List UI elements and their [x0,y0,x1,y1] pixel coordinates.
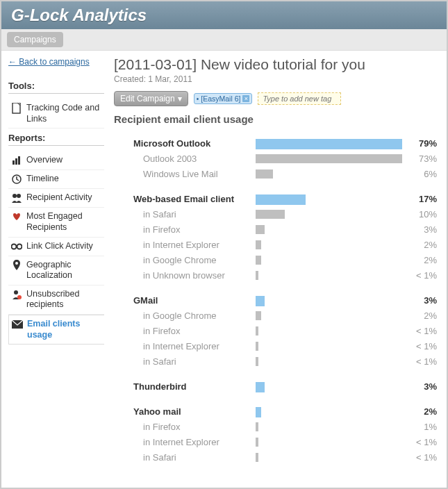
client-subrow: in Internet Explorer< 1% [133,339,437,353]
usage-bar [256,296,265,306]
client-name: Web-based Email client [133,194,256,204]
client-subrow: in Unknown browser< 1% [133,268,437,282]
usage-bar [256,139,402,149]
tag-label: [EasyMail 6] [201,94,240,103]
svg-rect-2 [15,158,17,165]
client-sub-name: in Safari [133,356,256,367]
usage-percent: 2% [402,240,437,250]
usage-bar [256,256,261,265]
client-group: Microsoft Outlook79%Outlook 200373%Windo… [133,136,437,181]
sidebar-item-overview[interactable]: Overview [8,151,104,170]
usage-percent: 3% [402,224,437,235]
link-icon [11,241,22,252]
client-name: Microsoft Outlook [133,138,256,149]
usage-percent: < 1% [402,341,437,351]
client-group: Thunderbird3% [133,379,437,393]
usage-bar [256,154,402,163]
add-tag-input[interactable] [258,92,341,105]
usage-bar [256,311,261,320]
client-name: Thunderbird [133,381,256,392]
client-sub-name: in Safari [133,209,256,219]
sidebar-item-label: Most Engaged Recipients [26,211,101,233]
usage-percent: 3% [402,295,437,306]
client-sub-name: in Internet Explorer [133,437,256,447]
svg-point-9 [15,262,18,265]
usage-percent: 3% [402,381,437,392]
usage-bar [256,210,285,219]
sidebar-item-email-clients[interactable]: Email clients usage [8,315,104,345]
usage-percent: 2% [402,310,437,321]
usage-percent: 2% [402,255,437,265]
client-sub-name: Outlook 2003 [133,154,256,164]
tools-header: Tools: [8,81,104,94]
usage-percent: 2% [402,406,437,417]
client-subrow: Windows Live Mail6% [133,167,437,181]
tag-chip[interactable]: • [EasyMail 6] × [194,93,253,104]
person-remove-icon [11,289,22,300]
usage-percent: < 1% [402,437,437,447]
svg-point-5 [13,194,17,198]
tools-menu: Tracking Code and Links [8,99,104,129]
client-sub-name: in Unknown browser [133,270,256,281]
client-sub-name: in Google Chrome [133,255,256,265]
svg-rect-1 [13,160,15,165]
people-icon [11,192,22,204]
usage-bar [256,169,273,179]
sidebar-item-unsubscribed[interactable]: Unsubscribed recipients [8,285,104,315]
client-row: Yahoo mail2% [133,404,437,418]
client-sub-name: in Safari [133,452,256,463]
usage-bar [256,225,265,234]
client-subrow: in Google Chrome2% [133,308,437,322]
edit-campaign-button[interactable]: Edit Campaign ▾ [114,91,188,106]
client-usage-chart: Microsoft Outlook79%Outlook 200373%Windo… [114,136,440,464]
sidebar-item-label: Link Click Activity [26,241,93,252]
sidebar-item-label: Recipient Activity [26,192,92,204]
client-subrow: in Firefox3% [133,222,437,236]
usage-percent: < 1% [402,326,437,336]
sidebar: ← Back to campaigns Tools: Tracking Code… [8,56,110,475]
tab-campaigns[interactable]: Campaigns [7,32,63,47]
sidebar-item-recipient-activity[interactable]: Recipient Activity [8,189,104,208]
usage-bar [256,357,258,366]
usage-bar [256,326,258,335]
main-panel: [2011-03-01] New video tutorial for you … [110,56,440,475]
client-row: Microsoft Outlook79% [133,136,437,150]
client-sub-name: in Internet Explorer [133,240,256,250]
sidebar-item-timeline[interactable]: Timeline [8,170,104,189]
usage-bar [256,240,261,249]
usage-percent: 17% [402,194,437,204]
client-subrow: in Firefox1% [133,420,437,433]
client-group: GMail3%in Google Chrome2%in Firefox< 1%i… [133,293,437,368]
sidebar-item-most-engaged[interactable]: Most Engaged Recipients [8,208,104,237]
client-row: Thunderbird3% [133,379,437,393]
reports-menu: Overview Timeline Recipient Activity Mos… [8,151,104,345]
client-sub-name: in Internet Explorer [133,341,256,351]
client-sub-name: in Google Chrome [133,310,256,321]
bar-chart-icon [11,155,22,166]
heart-icon [11,211,22,222]
campaign-title: [2011-03-01] New video tutorial for you [114,56,440,73]
sidebar-item-label: Geographic Localization [26,260,101,281]
pin-icon [11,260,22,271]
sidebar-item-label: Tracking Code and Links [26,103,101,124]
client-subrow: in Internet Explorer< 1% [133,435,437,449]
client-row: GMail3% [133,293,437,307]
usage-bar [256,438,258,447]
usage-percent: < 1% [402,452,437,463]
edit-campaign-label: Edit Campaign [120,94,175,103]
svg-point-10 [14,290,18,295]
client-subrow: in Google Chrome2% [133,253,437,267]
tag-remove-icon[interactable]: × [242,95,249,102]
usage-bar [256,382,265,392]
usage-percent: 6% [402,169,437,179]
back-to-campaigns-link[interactable]: ← Back to campaigns [8,57,90,67]
sidebar-item-geographic[interactable]: Geographic Localization [8,256,104,285]
sidebar-item-tracking-code[interactable]: Tracking Code and Links [8,99,104,129]
client-sub-name: Windows Live Mail [133,169,256,179]
bullet-icon: • [197,95,199,103]
usage-percent: < 1% [402,270,437,281]
campaign-created: Created: 1 Mar, 2011 [114,74,440,84]
sidebar-item-link-click[interactable]: Link Click Activity [8,238,104,256]
client-name: GMail [133,295,256,306]
usage-bar [256,422,258,431]
